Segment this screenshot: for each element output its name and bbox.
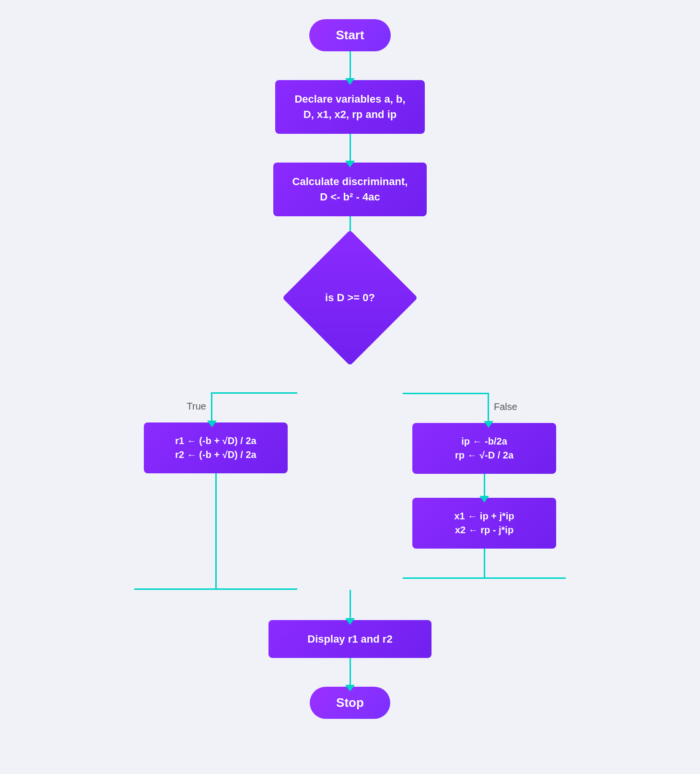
true-label: True [187,401,206,412]
arrow-start-declare [350,51,351,80]
false-label: False [494,401,517,412]
declare-node: Declare variables a, b, D, x1, x2, rp an… [275,80,424,134]
v-line-true-bottom [215,473,217,588]
true-branch: True r1 ← (-b + √D) / 2a r2 ← (-b + √D) … [134,346,297,590]
flowchart-container: Start Declare variables a, b, D, x1, x2,… [134,19,566,719]
h-line-true [211,392,297,394]
complex1-node: ip ← -b/2a rp ← √-D / 2a [412,423,556,474]
v-line-false-bottom [484,549,485,577]
display-node: Display r1 and r2 [268,620,432,658]
h-line-merge-right [403,577,566,579]
arrow-declare-calc [350,134,351,163]
decision-wrapper: is D >= 0? True [134,250,566,620]
h-line-false [403,393,489,394]
v-line-false [488,394,489,423]
arrow-display-stop [350,658,351,687]
decision-label: is D >= 0? [307,274,393,322]
arrow-complex1-complex2 [484,474,485,498]
stop-node: Stop [310,687,390,719]
h-line-merge-left [134,588,297,590]
start-node: Start [309,19,390,51]
decision-node: is D >= 0? [282,230,418,365]
calculate-node: Calculate discriminant, D <- b² - 4ac [273,163,427,216]
arrow-merge-display [350,591,351,620]
complex2-node: x1 ← ip + j*ip x2 ← rp - j*ip [412,498,556,549]
real-roots-node: r1 ← (-b + √D) / 2a r2 ← (-b + √D) / 2a [144,422,288,473]
v-line-true [211,394,212,422]
false-branch: False ip ← -b/2a rp ← √-D / 2a x1 ← ip +… [403,346,566,579]
